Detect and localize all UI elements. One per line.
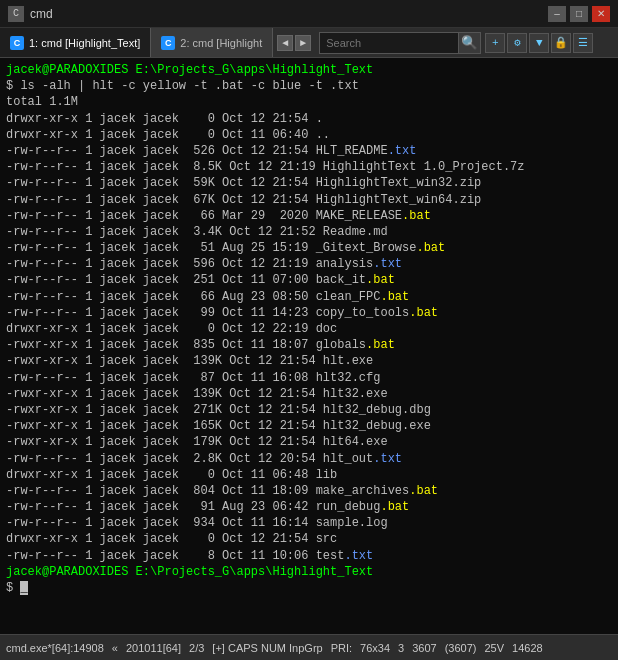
terminal-line: drwxr-xr-x 1 jacek jacek 0 Oct 11 06:40 … [6,127,612,143]
terminal-line: -rw-r--r-- 1 jacek jacek 8.5K Oct 12 21:… [6,159,612,175]
terminal-line: -rwxr-xr-x 1 jacek jacek 271K Oct 12 21:… [6,402,612,418]
add-tab-icon[interactable]: + [485,33,505,53]
terminal-output: total 1.1Mdrwxr-xr-x 1 jacek jacek 0 Oct… [6,94,612,563]
window-title: cmd [30,7,53,21]
terminal-line: -rwxr-xr-x 1 jacek jacek 835 Oct 11 18:0… [6,337,612,353]
terminal-line: -rw-r--r-- 1 jacek jacek 3.4K Oct 12 21:… [6,224,612,240]
window: C cmd – □ ✕ C 1: cmd [Highlight_Text] C … [0,0,618,660]
tab-1[interactable]: C 1: cmd [Highlight_Text] [0,28,151,57]
maximize-button[interactable]: □ [570,6,588,22]
lock-icon[interactable]: 🔒 [551,33,571,53]
terminal-line: total 1.1M [6,94,612,110]
terminal-line: -rwxr-xr-x 1 jacek jacek 165K Oct 12 21:… [6,418,612,434]
terminal-line: -rwxr-xr-x 1 jacek jacek 139K Oct 12 21:… [6,353,612,369]
menu-icon[interactable]: ☰ [573,33,593,53]
terminal-line: -rw-r--r-- 1 jacek jacek 59K Oct 12 21:5… [6,175,612,191]
process-name: cmd.exe*[64]:14908 [6,642,104,654]
title-bar: C cmd – □ ✕ [0,0,618,28]
search-input[interactable] [319,32,459,54]
app-icon: C [8,6,24,22]
dropdown-icon[interactable]: ▼ [529,33,549,53]
terminal-line: -rw-r--r-- 1 jacek jacek 526 Oct 12 21:5… [6,143,612,159]
terminal-line: -rwxr-xr-x 1 jacek jacek 179K Oct 12 21:… [6,434,612,450]
terminal-line: -rw-r--r-- 1 jacek jacek 91 Aug 23 06:42… [6,499,612,515]
tab-2-label: 2: cmd [Highlight [180,37,262,49]
tab-bar: C 1: cmd [Highlight_Text] C 2: cmd [High… [0,28,618,58]
terminal-line: drwxr-xr-x 1 jacek jacek 0 Oct 11 06:48 … [6,467,612,483]
memory: 14628 [512,642,543,654]
pid: 3607 [412,642,436,654]
terminal-line: -rw-r--r-- 1 jacek jacek 251 Oct 11 07:0… [6,272,612,288]
terminal-line: -rwxr-xr-x 1 jacek jacek 139K Oct 12 21:… [6,386,612,402]
tab-1-label: 1: cmd [Highlight_Text] [29,37,140,49]
terminal-line: -rw-r--r-- 1 jacek jacek 596 Oct 12 21:1… [6,256,612,272]
terminal-line: drwxr-xr-x 1 jacek jacek 0 Oct 12 22:19 … [6,321,612,337]
terminal-line: -rw-r--r-- 1 jacek jacek 66 Aug 23 08:50… [6,289,612,305]
terminal-line: -rw-r--r-- 1 jacek jacek 2.8K Oct 12 20:… [6,451,612,467]
terminal-line: -rw-r--r-- 1 jacek jacek 67K Oct 12 21:5… [6,192,612,208]
terminal[interactable]: jacek@PARADOXIDES E:\Projects_G\apps\Hig… [0,58,618,634]
prompt-1: jacek@PARADOXIDES E:\Projects_G\apps\Hig… [6,62,612,78]
settings-icon[interactable]: ⚙ [507,33,527,53]
tab-2[interactable]: C 2: cmd [Highlight [151,28,273,57]
tab-prev-button[interactable]: ◄ [277,35,293,51]
tab-2-icon: C [161,36,175,50]
terminal-line: drwxr-xr-x 1 jacek jacek 0 Oct 12 21:54 … [6,531,612,547]
session-id: 201011[64] [126,642,181,654]
status-bar: cmd.exe*[64]:14908 « 201011[64] 2/3 [+] … [0,634,618,660]
search-button[interactable]: 🔍 [459,32,481,54]
caps-status: [+] CAPS NUM InpGrp [212,642,322,654]
terminal-line: -rw-r--r-- 1 jacek jacek 87 Oct 11 16:08… [6,370,612,386]
sep1: « [112,642,118,654]
terminal-line: -rw-r--r-- 1 jacek jacek 66 Mar 29 2020 … [6,208,612,224]
pid2: (3607) [445,642,477,654]
tab-1-icon: C [10,36,24,50]
window-controls: – □ ✕ [548,6,610,22]
tab-next-button[interactable]: ► [295,35,311,51]
toolbar-icons: + ⚙ ▼ 🔒 ☰ [485,33,593,53]
window-size: 76x34 [360,642,390,654]
close-button[interactable]: ✕ [592,6,610,22]
depth: 3 [398,642,404,654]
prompt-2: jacek@PARADOXIDES E:\Projects_G\apps\Hig… [6,564,612,580]
terminal-line: -rw-r--r-- 1 jacek jacek 804 Oct 11 18:0… [6,483,612,499]
search-area: 🔍 + ⚙ ▼ 🔒 ☰ [319,28,618,57]
minimize-button[interactable]: – [548,6,566,22]
voltage: 25V [484,642,504,654]
terminal-line: drwxr-xr-x 1 jacek jacek 0 Oct 12 21:54 … [6,111,612,127]
fraction: 2/3 [189,642,204,654]
pri-label: PRI: [331,642,352,654]
terminal-line: -rw-r--r-- 1 jacek jacek 51 Aug 25 15:19… [6,240,612,256]
cursor-line: $ _ [6,580,612,596]
tab-navigation: ◄ ► [273,28,315,57]
terminal-line: -rw-r--r-- 1 jacek jacek 99 Oct 11 14:23… [6,305,612,321]
terminal-line: -rw-r--r-- 1 jacek jacek 8 Oct 11 10:06 … [6,548,612,564]
terminal-line: -rw-r--r-- 1 jacek jacek 934 Oct 11 16:1… [6,515,612,531]
command-1: $ ls -alh | hlt -c yellow -t .bat -c blu… [6,78,612,94]
